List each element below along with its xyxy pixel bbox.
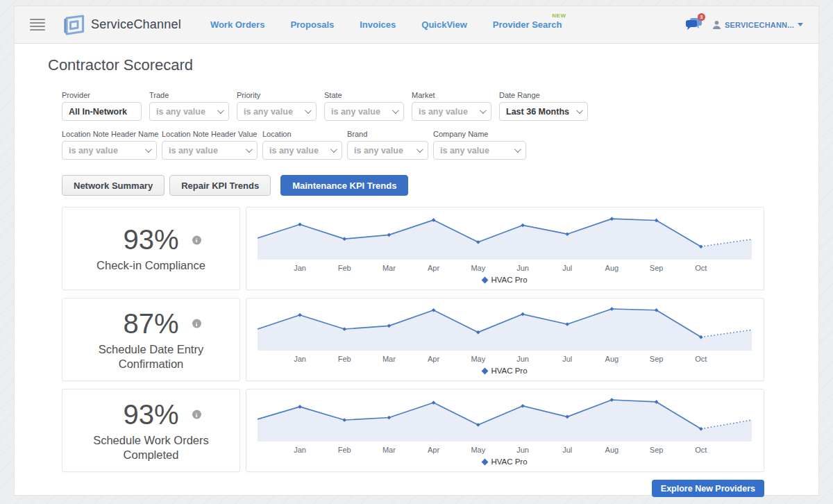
tab-network-summary[interactable]: Network Summary xyxy=(62,175,165,196)
nav-link-proposals[interactable]: Proposals xyxy=(290,19,334,30)
kpi-label: Check-in Compliance xyxy=(96,258,205,273)
filter-input-provider[interactable] xyxy=(62,102,142,121)
notification-count-badge: 3 xyxy=(698,13,705,21)
info-icon[interactable]: i xyxy=(192,319,201,328)
filter-selected-value: is any value xyxy=(331,107,380,117)
filter-label: Priority xyxy=(237,91,317,99)
x-axis-label: Jul xyxy=(562,355,572,363)
filter-dropdown-location-note-header-value[interactable]: is any value xyxy=(162,141,258,160)
filter-location-note-header-name: Location Note Header Nameis any value xyxy=(62,130,157,160)
filter-label: Trade xyxy=(149,91,229,99)
filter-label: Date Range xyxy=(499,91,588,99)
chart-legend[interactable]: HVAC Pro xyxy=(482,276,527,284)
chevron-down-icon xyxy=(392,107,399,114)
filter-date-range: Date RangeLast 36 Months xyxy=(499,91,588,121)
filter-label: Market xyxy=(412,91,491,99)
filter-selected-value: is any value xyxy=(156,107,205,117)
x-axis-label: Mar xyxy=(382,446,396,454)
filter-dropdown-brand[interactable]: is any value xyxy=(347,141,428,160)
filter-selected-value: is any value xyxy=(419,107,468,117)
x-axis-label: Apr xyxy=(428,355,439,363)
filter-label: Provider xyxy=(62,91,142,99)
chart-area-fill xyxy=(258,309,752,351)
user-menu[interactable]: SERVICECHANN... xyxy=(712,20,803,29)
chevron-down-icon xyxy=(217,107,224,114)
x-axis-label: Aug xyxy=(605,264,619,272)
filter-dropdown-location-note-header-name[interactable]: is any value xyxy=(62,141,157,160)
nav-link-work-orders[interactable]: Work Orders xyxy=(210,19,265,30)
filter-label: Location Note Header Value xyxy=(162,130,258,138)
chart-legend[interactable]: HVAC Pro xyxy=(482,367,527,375)
footer-actions: Explore New Providers xyxy=(62,480,764,497)
legend-series-name: HVAC Pro xyxy=(491,276,527,284)
legend-series-name: HVAC Pro xyxy=(491,457,527,466)
nav-link-quickview[interactable]: QuickView xyxy=(421,19,467,30)
filter-selected-value: Last 36 Months xyxy=(506,107,569,117)
filter-dropdown-market[interactable]: is any value xyxy=(412,102,491,121)
chevron-down-icon xyxy=(246,146,253,153)
info-icon[interactable]: i xyxy=(192,235,201,244)
filter-selected-value: is any value xyxy=(440,146,489,156)
chart-legend[interactable]: HVAC Pro xyxy=(482,457,527,466)
top-navbar: ServiceChannel Work OrdersProposalsInvoi… xyxy=(15,6,818,44)
nav-links: Work OrdersProposalsInvoicesQuickViewPro… xyxy=(210,19,562,30)
x-axis-label: Oct xyxy=(695,446,707,454)
x-axis-label: Jun xyxy=(516,264,529,272)
tab-repair-kpi-trends[interactable]: Repair KPI Trends xyxy=(169,175,271,196)
kpi-trend-chart-3: JanFebMarAprMayJunJulAugSepOct xyxy=(257,393,753,457)
chevron-down-icon xyxy=(330,146,337,153)
kpi-trend-chart-1: JanFebMarAprMayJunJulAugSepOct xyxy=(257,211,753,275)
servicechannel-logo-icon xyxy=(62,15,85,35)
filter-trade: Tradeis any value xyxy=(149,91,229,121)
kpi-row-2: 87%iSchedule Date Entry ConfirmationJanF… xyxy=(62,298,818,381)
page-title: Contractor Scorecard xyxy=(48,56,818,74)
filters-section: ProviderTradeis any valuePriorityis any … xyxy=(62,91,818,160)
hamburger-menu-icon[interactable] xyxy=(30,19,45,31)
info-icon[interactable]: i xyxy=(192,410,201,419)
filter-selected-value: is any value xyxy=(269,146,319,156)
app-panel: ServiceChannel Work OrdersProposalsInvoi… xyxy=(14,6,819,496)
kpi-grid: 93%iCheck-in ComplianceJanFebMarAprMayJu… xyxy=(62,207,818,472)
kpi-value-wrap: 87%i xyxy=(123,308,178,339)
kpi-label: Schedule Date Entry Confirmation xyxy=(78,342,224,371)
filter-label: Location Note Header Name xyxy=(62,130,157,138)
chevron-down-icon xyxy=(798,23,803,26)
filter-location: Locationis any value xyxy=(262,130,342,160)
filter-company-name: Company Nameis any value xyxy=(433,130,526,160)
legend-series-name: HVAC Pro xyxy=(491,367,527,375)
chevron-down-icon xyxy=(514,146,521,153)
diamond-marker-icon xyxy=(482,276,489,283)
x-axis-label: Feb xyxy=(338,264,351,272)
x-axis-label: May xyxy=(471,446,485,454)
kpi-trend-chart-2: JanFebMarAprMayJunJulAugSepOct xyxy=(257,302,753,366)
x-axis-label: Aug xyxy=(605,355,619,363)
nav-link-provider-search[interactable]: Provider SearchNEW xyxy=(493,19,562,30)
filter-dropdown-state[interactable]: is any value xyxy=(324,102,404,121)
new-badge: NEW xyxy=(552,12,566,19)
diamond-marker-icon xyxy=(482,367,489,374)
chevron-down-icon xyxy=(416,146,423,153)
filter-dropdown-priority[interactable]: is any value xyxy=(237,102,317,121)
explore-new-providers-button[interactable]: Explore New Providers xyxy=(652,480,764,497)
notifications-button[interactable]: 3 xyxy=(686,17,702,33)
kpi-row-3: 93%iSchedule Work Orders CompletedJanFeb… xyxy=(62,389,818,472)
filter-dropdown-company-name[interactable]: is any value xyxy=(433,141,526,160)
filter-dropdown-trade[interactable]: is any value xyxy=(149,102,229,121)
x-axis-label: Jan xyxy=(294,355,306,363)
chart-area-fill xyxy=(258,400,752,442)
nav-link-invoices[interactable]: Invoices xyxy=(360,19,396,30)
filter-state: Stateis any value xyxy=(324,91,404,121)
report-tabs: Network SummaryRepair KPI TrendsMaintena… xyxy=(62,175,818,196)
x-axis-label: Sep xyxy=(650,446,664,454)
brand-logo[interactable]: ServiceChannel xyxy=(62,15,181,35)
filter-selected-value: is any value xyxy=(69,146,118,156)
filter-dropdown-date-range[interactable]: Last 36 Months xyxy=(499,102,588,121)
filter-row-1: ProviderTradeis any valuePriorityis any … xyxy=(62,91,818,121)
filter-dropdown-location[interactable]: is any value xyxy=(262,141,342,160)
filter-selected-value: is any value xyxy=(169,146,218,156)
tab-maintenance-kpi-trends[interactable]: Maintenance KPI Trends xyxy=(280,175,408,196)
person-icon xyxy=(712,20,721,29)
filter-label: State xyxy=(324,91,404,99)
x-axis-label: Jul xyxy=(562,264,572,272)
x-axis-label: Sep xyxy=(650,355,664,363)
